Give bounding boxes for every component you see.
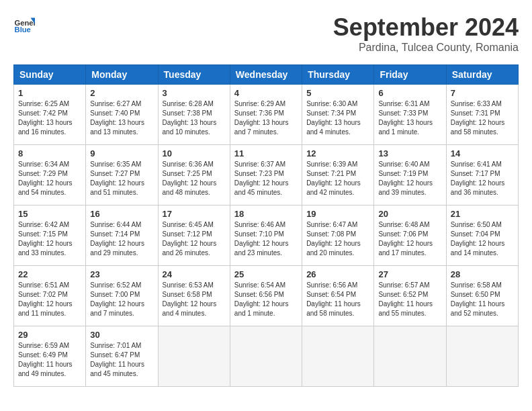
table-row: 20Sunrise: 6:48 AM Sunset: 7:06 PM Dayli… — [374, 205, 446, 266]
col-tuesday: Tuesday — [158, 65, 230, 85]
day-info: Sunrise: 6:44 AM Sunset: 7:14 PM Dayligh… — [90, 220, 153, 258]
page-header: General Blue September 2024 Pardina, Tul… — [13, 13, 519, 54]
table-row: 11Sunrise: 6:37 AM Sunset: 7:23 PM Dayli… — [230, 145, 302, 205]
day-number: 5 — [306, 88, 369, 98]
week-row-1: 1Sunrise: 6:25 AM Sunset: 7:42 PM Daylig… — [14, 85, 519, 145]
day-info: Sunrise: 6:52 AM Sunset: 7:00 PM Dayligh… — [90, 281, 153, 318]
day-number: 3 — [163, 88, 226, 98]
day-number: 12 — [306, 148, 369, 158]
table-row: 28Sunrise: 6:58 AM Sunset: 6:50 PM Dayli… — [446, 266, 518, 326]
table-row: 8Sunrise: 6:34 AM Sunset: 7:29 PM Daylig… — [14, 145, 86, 205]
calendar-header-row: Sunday Monday Tuesday Wednesday Thursday… — [14, 65, 519, 85]
table-row: 16Sunrise: 6:44 AM Sunset: 7:14 PM Dayli… — [86, 205, 158, 266]
day-info: Sunrise: 6:40 AM Sunset: 7:19 PM Dayligh… — [378, 160, 441, 197]
day-info: Sunrise: 6:42 AM Sunset: 7:15 PM Dayligh… — [18, 220, 81, 258]
day-number: 23 — [90, 269, 153, 279]
table-row: 6Sunrise: 6:31 AM Sunset: 7:33 PM Daylig… — [374, 85, 446, 145]
day-number: 11 — [234, 148, 298, 158]
col-friday: Friday — [374, 65, 446, 85]
table-row: 1Sunrise: 6:25 AM Sunset: 7:42 PM Daylig… — [14, 85, 86, 145]
day-number: 24 — [163, 269, 226, 279]
table-row — [230, 326, 302, 387]
day-number: 17 — [163, 209, 226, 219]
day-number: 7 — [451, 88, 514, 98]
day-info: Sunrise: 6:39 AM Sunset: 7:21 PM Dayligh… — [306, 160, 369, 197]
day-number: 30 — [90, 330, 153, 340]
day-number: 14 — [451, 148, 514, 158]
col-wednesday: Wednesday — [230, 65, 302, 85]
day-info: Sunrise: 6:30 AM Sunset: 7:34 PM Dayligh… — [306, 99, 369, 137]
day-number: 8 — [18, 148, 81, 158]
day-number: 15 — [18, 209, 81, 219]
table-row: 29Sunrise: 6:59 AM Sunset: 6:49 PM Dayli… — [14, 326, 86, 387]
day-number: 4 — [234, 88, 298, 98]
col-monday: Monday — [86, 65, 158, 85]
day-number: 2 — [90, 88, 153, 98]
day-info: Sunrise: 6:53 AM Sunset: 6:58 PM Dayligh… — [163, 281, 226, 318]
col-saturday: Saturday — [446, 65, 518, 85]
day-number: 22 — [18, 269, 81, 279]
day-number: 16 — [90, 209, 153, 219]
day-info: Sunrise: 6:28 AM Sunset: 7:38 PM Dayligh… — [163, 99, 226, 137]
day-info: Sunrise: 6:45 AM Sunset: 7:12 PM Dayligh… — [163, 220, 226, 258]
table-row: 24Sunrise: 6:53 AM Sunset: 6:58 PM Dayli… — [158, 266, 230, 326]
day-number: 19 — [306, 209, 369, 219]
day-info: Sunrise: 6:34 AM Sunset: 7:29 PM Dayligh… — [18, 160, 81, 197]
day-number: 10 — [163, 148, 226, 158]
day-info: Sunrise: 6:36 AM Sunset: 7:25 PM Dayligh… — [163, 160, 226, 197]
week-row-2: 8Sunrise: 6:34 AM Sunset: 7:29 PM Daylig… — [14, 145, 519, 205]
day-info: Sunrise: 6:50 AM Sunset: 7:04 PM Dayligh… — [451, 220, 514, 258]
day-info: Sunrise: 6:56 AM Sunset: 6:54 PM Dayligh… — [306, 281, 369, 318]
table-row — [302, 326, 374, 387]
day-info: Sunrise: 6:35 AM Sunset: 7:27 PM Dayligh… — [90, 160, 153, 197]
day-info: Sunrise: 6:33 AM Sunset: 7:31 PM Dayligh… — [451, 99, 514, 137]
day-number: 26 — [306, 269, 369, 279]
day-info: Sunrise: 6:51 AM Sunset: 7:02 PM Dayligh… — [18, 281, 81, 318]
table-row: 5Sunrise: 6:30 AM Sunset: 7:34 PM Daylig… — [302, 85, 374, 145]
week-row-3: 15Sunrise: 6:42 AM Sunset: 7:15 PM Dayli… — [14, 205, 519, 266]
table-row — [446, 326, 518, 387]
day-number: 20 — [378, 209, 441, 219]
day-info: Sunrise: 6:46 AM Sunset: 7:10 PM Dayligh… — [234, 220, 298, 258]
calendar-table: Sunday Monday Tuesday Wednesday Thursday… — [13, 64, 519, 387]
table-row: 19Sunrise: 6:47 AM Sunset: 7:08 PM Dayli… — [302, 205, 374, 266]
day-number: 1 — [18, 88, 81, 98]
table-row — [158, 326, 230, 387]
day-info: Sunrise: 7:01 AM Sunset: 6:47 PM Dayligh… — [90, 341, 153, 379]
day-number: 21 — [451, 209, 514, 219]
logo: General Blue — [13, 13, 35, 35]
month-title: September 2024 — [333, 13, 519, 42]
location: Pardina, Tulcea County, Romania — [333, 42, 519, 54]
table-row: 3Sunrise: 6:28 AM Sunset: 7:38 PM Daylig… — [158, 85, 230, 145]
day-number: 6 — [378, 88, 441, 98]
table-row: 14Sunrise: 6:41 AM Sunset: 7:17 PM Dayli… — [446, 145, 518, 205]
day-info: Sunrise: 6:25 AM Sunset: 7:42 PM Dayligh… — [18, 99, 81, 137]
table-row: 25Sunrise: 6:54 AM Sunset: 6:56 PM Dayli… — [230, 266, 302, 326]
day-info: Sunrise: 6:31 AM Sunset: 7:33 PM Dayligh… — [378, 99, 441, 137]
day-info: Sunrise: 6:41 AM Sunset: 7:17 PM Dayligh… — [451, 160, 514, 197]
day-info: Sunrise: 6:59 AM Sunset: 6:49 PM Dayligh… — [18, 341, 81, 379]
table-row: 9Sunrise: 6:35 AM Sunset: 7:27 PM Daylig… — [86, 145, 158, 205]
day-number: 25 — [234, 269, 298, 279]
table-row: 15Sunrise: 6:42 AM Sunset: 7:15 PM Dayli… — [14, 205, 86, 266]
table-row: 10Sunrise: 6:36 AM Sunset: 7:25 PM Dayli… — [158, 145, 230, 205]
table-row: 27Sunrise: 6:57 AM Sunset: 6:52 PM Dayli… — [374, 266, 446, 326]
table-row: 7Sunrise: 6:33 AM Sunset: 7:31 PM Daylig… — [446, 85, 518, 145]
col-thursday: Thursday — [302, 65, 374, 85]
table-row: 22Sunrise: 6:51 AM Sunset: 7:02 PM Dayli… — [14, 266, 86, 326]
day-info: Sunrise: 6:47 AM Sunset: 7:08 PM Dayligh… — [306, 220, 369, 258]
table-row: 30Sunrise: 7:01 AM Sunset: 6:47 PM Dayli… — [86, 326, 158, 387]
table-row — [374, 326, 446, 387]
day-number: 18 — [234, 209, 298, 219]
table-row: 18Sunrise: 6:46 AM Sunset: 7:10 PM Dayli… — [230, 205, 302, 266]
table-row: 13Sunrise: 6:40 AM Sunset: 7:19 PM Dayli… — [374, 145, 446, 205]
day-number: 28 — [451, 269, 514, 279]
day-number: 27 — [378, 269, 441, 279]
table-row: 23Sunrise: 6:52 AM Sunset: 7:00 PM Dayli… — [86, 266, 158, 326]
week-row-5: 29Sunrise: 6:59 AM Sunset: 6:49 PM Dayli… — [14, 326, 519, 387]
table-row: 21Sunrise: 6:50 AM Sunset: 7:04 PM Dayli… — [446, 205, 518, 266]
title-section: September 2024 Pardina, Tulcea County, R… — [333, 13, 519, 54]
logo-icon: General Blue — [13, 13, 35, 35]
table-row: 4Sunrise: 6:29 AM Sunset: 7:36 PM Daylig… — [230, 85, 302, 145]
table-row: 26Sunrise: 6:56 AM Sunset: 6:54 PM Dayli… — [302, 266, 374, 326]
